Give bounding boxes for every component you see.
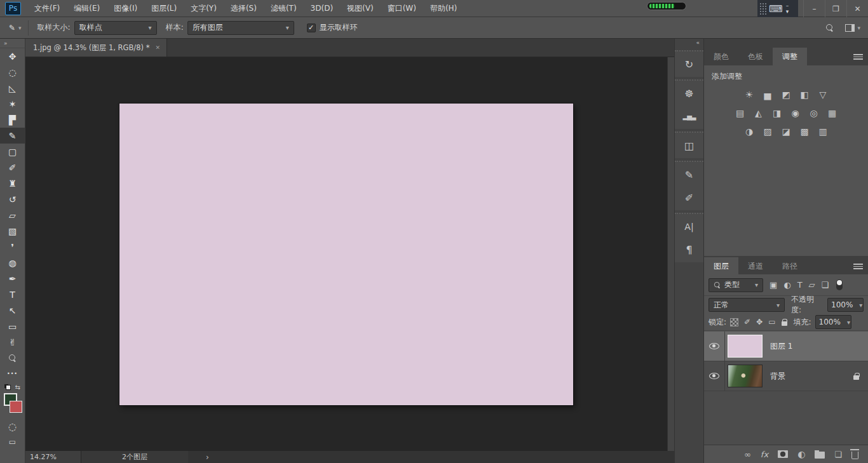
- background-color-swatch[interactable]: [10, 401, 22, 413]
- paragraph-panel-button[interactable]: ¶: [675, 238, 703, 261]
- menu-3d[interactable]: 3D(D): [304, 0, 340, 17]
- gradient-tool[interactable]: ▧: [0, 223, 25, 239]
- shape-tool[interactable]: ▭: [0, 318, 25, 334]
- invert-icon[interactable]: ◑: [743, 126, 756, 137]
- default-colors-icon[interactable]: [4, 384, 11, 390]
- menu-view[interactable]: 视图(V): [340, 0, 381, 17]
- filter-type-dropdown[interactable]: 类型 ▾: [709, 278, 763, 292]
- color-lookup-icon[interactable]: ▦: [826, 107, 839, 119]
- search-icon[interactable]: [826, 24, 834, 32]
- history-panel-button[interactable]: ↻: [675, 53, 703, 76]
- character-panel-button[interactable]: A|: [675, 215, 703, 238]
- healing-patch-tool[interactable]: ▢: [0, 144, 25, 159]
- workspace-switcher[interactable]: ▾: [845, 24, 860, 32]
- menu-file[interactable]: 文件(F): [27, 0, 67, 17]
- filter-adjustment-layers-icon[interactable]: ◐: [783, 280, 790, 290]
- blur-tool[interactable]: ❜: [0, 239, 25, 255]
- tab-adjustments[interactable]: 调整: [773, 48, 807, 65]
- lock-transparency-icon[interactable]: [730, 318, 738, 326]
- tab-swatches[interactable]: 色板: [738, 48, 773, 65]
- toolbar-expand-button[interactable]: »: [0, 39, 25, 48]
- history-brush-tool[interactable]: ↺: [0, 191, 25, 207]
- opacity-dropdown[interactable]: 100% ▾: [827, 298, 864, 312]
- layer-name[interactable]: 图层 1: [770, 341, 792, 352]
- zoom-level-field[interactable]: 14.27%: [25, 451, 81, 463]
- panel-menu-icon[interactable]: [853, 54, 863, 60]
- filter-pixel-layers-icon[interactable]: ▣: [770, 280, 777, 290]
- delete-layer-icon[interactable]: [851, 452, 858, 459]
- fill-dropdown[interactable]: 100% ▾: [815, 315, 851, 329]
- dodge-tool[interactable]: ◍: [0, 255, 25, 271]
- swap-colors-icon[interactable]: ⇆: [15, 384, 20, 391]
- layer-thumbnail[interactable]: [728, 335, 763, 358]
- histogram-panel-button[interactable]: ▂▅▃: [675, 105, 703, 128]
- layer-row-layer1[interactable]: 图层 1: [704, 332, 868, 361]
- tab-layers[interactable]: 图层: [704, 257, 738, 275]
- canvas-pasteboard[interactable]: [25, 57, 674, 451]
- sample-layers-dropdown[interactable]: 所有图层 ▾: [187, 21, 294, 35]
- status-chevron-icon[interactable]: ›: [206, 453, 209, 462]
- add-layer-mask-icon[interactable]: [778, 450, 788, 458]
- visibility-cell[interactable]: [704, 361, 725, 391]
- brush-settings-panel-button[interactable]: ✎: [675, 163, 703, 186]
- vibrance-icon[interactable]: ▽: [817, 89, 829, 100]
- tab-channels[interactable]: 通道: [738, 257, 773, 275]
- document-info-field[interactable]: 2个图层: [81, 451, 188, 463]
- brushes-panel-button[interactable]: ✐: [675, 186, 703, 209]
- lock-all-icon[interactable]: [782, 321, 787, 326]
- tab-close-icon[interactable]: ✕: [155, 44, 160, 51]
- show-sampling-ring-checkbox[interactable]: ✓: [307, 23, 316, 32]
- dock-collapse-button[interactable]: «: [675, 39, 703, 48]
- new-layer-icon[interactable]: ❏: [834, 450, 842, 459]
- posterize-icon[interactable]: ▨: [761, 126, 774, 137]
- hand-tool[interactable]: ✌: [0, 334, 25, 350]
- menu-type[interactable]: 文字(Y): [184, 0, 224, 17]
- gradient-map-icon[interactable]: ▩: [798, 126, 811, 137]
- link-layers-icon[interactable]: ∞: [744, 450, 751, 459]
- close-button[interactable]: ✕: [846, 0, 868, 17]
- vertical-scrollbar[interactable]: [667, 57, 674, 451]
- curves-icon[interactable]: ◩: [780, 89, 792, 100]
- path-select-tool[interactable]: ↖: [0, 302, 25, 318]
- canvas-document[interactable]: [119, 104, 573, 405]
- tab-paths[interactable]: 路径: [773, 257, 807, 275]
- document-tab[interactable]: 1.jpg @ 14.3% (图层 1, RGB/8) * ✕: [25, 39, 167, 57]
- blend-mode-dropdown[interactable]: 正常 ▾: [709, 298, 785, 312]
- menu-edit[interactable]: 编辑(E): [67, 0, 107, 17]
- ime-toolbar[interactable]: ⌨ – ▾: [757, 0, 798, 17]
- new-group-icon[interactable]: [815, 452, 825, 459]
- layer-row-background[interactable]: 背景: [704, 361, 868, 391]
- levels-icon[interactable]: ▅: [761, 89, 774, 100]
- brightness-contrast-icon[interactable]: ☀: [743, 89, 756, 100]
- magic-wand-tool[interactable]: ✶: [0, 96, 25, 112]
- filter-shape-layers-icon[interactable]: ▱: [809, 280, 815, 290]
- tool-preset-picker[interactable]: ✎ ▾: [0, 20, 29, 36]
- filter-type-layers-icon[interactable]: T: [797, 280, 803, 290]
- marquee-tool[interactable]: ◌: [0, 64, 25, 80]
- hue-saturation-icon[interactable]: ▤: [734, 107, 747, 119]
- lock-pixels-icon[interactable]: ✐: [744, 318, 750, 326]
- restore-button[interactable]: ❐: [825, 0, 846, 17]
- menu-help[interactable]: 帮助(H): [423, 0, 464, 17]
- brush-tool[interactable]: ✐: [0, 159, 25, 175]
- type-tool[interactable]: T: [0, 286, 25, 302]
- lock-artboard-icon[interactable]: ▭: [768, 318, 775, 326]
- menu-select[interactable]: 选择(S): [224, 0, 264, 17]
- menu-layer[interactable]: 图层(L): [144, 0, 184, 17]
- tab-color[interactable]: 颜色: [704, 48, 738, 65]
- minimize-button[interactable]: –: [803, 0, 825, 17]
- lock-position-icon[interactable]: ✥: [756, 318, 763, 326]
- black-white-icon[interactable]: ◨: [771, 107, 783, 119]
- clone-stamp-tool[interactable]: ♜: [0, 175, 25, 191]
- screen-mode-button[interactable]: ▭: [9, 438, 16, 446]
- zoom-tool[interactable]: [0, 350, 25, 366]
- new-adjustment-layer-icon[interactable]: ◐: [797, 449, 805, 459]
- threshold-icon[interactable]: ◪: [780, 126, 792, 137]
- color-balance-icon[interactable]: ◭: [752, 107, 765, 119]
- keyboard-icon[interactable]: ⌨: [769, 3, 783, 15]
- pen-tool[interactable]: ✒: [0, 271, 25, 286]
- visibility-cell[interactable]: [704, 332, 725, 361]
- menu-window[interactable]: 窗口(W): [381, 0, 423, 17]
- navigator-panel-button[interactable]: ☸: [675, 82, 703, 105]
- menu-image[interactable]: 图像(I): [107, 0, 144, 17]
